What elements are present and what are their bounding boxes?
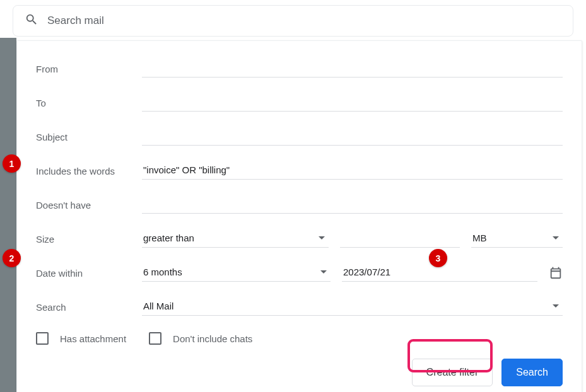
doesnt-have-input[interactable]: [142, 196, 563, 214]
search-bar[interactable]: [13, 5, 573, 37]
chevron-down-icon: [320, 270, 327, 274]
size-label: Size: [36, 234, 131, 245]
size-value-input[interactable]: [340, 230, 460, 248]
search-input[interactable]: [47, 14, 561, 27]
date-range-select[interactable]: 6 months: [142, 264, 331, 282]
chevron-down-icon: [553, 236, 559, 239]
search-scope-label: Search: [36, 302, 131, 313]
size-unit-select[interactable]: MB: [471, 230, 563, 248]
date-within-label: Date within: [36, 268, 131, 279]
subject-label: Subject: [36, 132, 131, 142]
to-input[interactable]: [142, 94, 563, 112]
dont-include-chats-checkbox[interactable]: Don't include chats: [149, 332, 252, 345]
includes-label: Includes the words: [36, 166, 131, 176]
calendar-icon[interactable]: [549, 266, 563, 280]
search-scope-value: All Mail: [143, 301, 173, 311]
size-operator-select[interactable]: greater than: [142, 230, 329, 248]
has-attachment-checkbox[interactable]: Has attachment: [36, 332, 126, 345]
date-range-value: 6 months: [143, 267, 182, 277]
to-label: To: [36, 98, 131, 108]
search-scope-select[interactable]: All Mail: [142, 298, 563, 316]
dont-include-chats-label: Don't include chats: [173, 333, 252, 344]
size-operator-value: greater than: [143, 233, 194, 243]
search-icon: [25, 13, 47, 29]
checkbox-icon: [149, 332, 161, 345]
date-input[interactable]: [342, 264, 537, 282]
from-input[interactable]: [142, 60, 563, 78]
left-strip: [0, 38, 16, 392]
filter-panel: From To Subject Includes the words Doesn…: [16, 40, 582, 392]
doesnt-have-label: Doesn't have: [36, 200, 131, 210]
chevron-down-icon: [319, 236, 325, 239]
subject-input[interactable]: [142, 128, 563, 146]
has-attachment-label: Has attachment: [60, 333, 126, 344]
chevron-down-icon: [553, 304, 559, 308]
size-unit-value: MB: [472, 233, 487, 243]
includes-input[interactable]: [142, 162, 563, 180]
create-filter-button[interactable]: Create filter: [412, 359, 493, 386]
from-label: From: [36, 64, 131, 74]
checkbox-icon: [36, 332, 49, 345]
search-button[interactable]: Search: [501, 359, 563, 386]
